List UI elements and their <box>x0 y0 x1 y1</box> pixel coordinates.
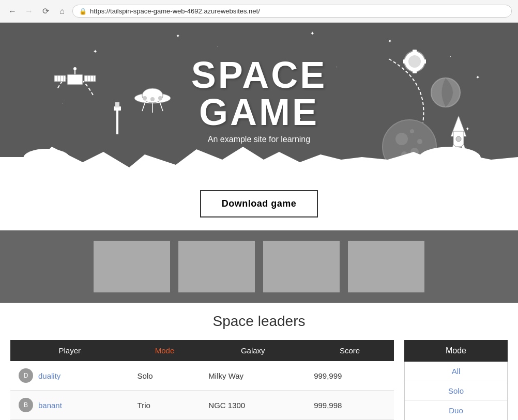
download-section: Download game <box>0 178 518 230</box>
score-cell-0: 999,999 <box>306 361 394 391</box>
svg-line-39 <box>160 103 163 111</box>
svg-point-35 <box>150 97 155 101</box>
svg-point-36 <box>158 96 162 100</box>
svg-point-12 <box>408 55 421 68</box>
filter-mode-solo[interactable]: Solo <box>405 381 507 401</box>
player-cell-0: Dduality <box>10 361 129 391</box>
home-button[interactable]: ⌂ <box>56 5 68 18</box>
svg-rect-0 <box>67 74 83 85</box>
col-galaxy: Galaxy <box>200 340 306 361</box>
download-game-button[interactable]: Download game <box>200 190 318 217</box>
ufo-decoration <box>114 83 176 136</box>
screenshot-4 <box>348 241 424 292</box>
star-decoration: ✦ <box>176 33 180 39</box>
screenshot-3 <box>263 241 340 292</box>
mode-cell-1: Trio <box>129 391 201 420</box>
filter-mode-all[interactable]: All <box>405 362 507 381</box>
score-cell-1: 999,998 <box>306 391 394 420</box>
filter-panel: Mode All Solo Duo Trio Galaxy <box>404 340 508 420</box>
svg-rect-29 <box>116 108 118 134</box>
star-decoration: · <box>336 64 338 70</box>
game-title-line1: SPACE <box>191 56 327 94</box>
avatar-1: B <box>19 398 33 412</box>
satellite-decoration <box>52 64 98 102</box>
filter-mode-body: All Solo Duo Trio <box>404 362 508 420</box>
address-bar[interactable]: 🔒 https://tailspin-space-game-web-4692.a… <box>72 5 512 18</box>
player-link-1[interactable]: banant <box>38 401 62 410</box>
svg-point-42 <box>419 147 481 169</box>
filter-mode-duo[interactable]: Duo <box>405 401 507 420</box>
filter-mode-header: Mode <box>404 340 508 362</box>
star-decoration: ✦ <box>310 30 314 36</box>
col-score: Score <box>306 340 394 361</box>
svg-rect-14 <box>413 69 417 73</box>
reload-button[interactable]: ⟳ <box>39 5 52 18</box>
player-cell-1: Bbanant <box>10 391 129 420</box>
svg-point-10 <box>73 67 77 70</box>
screenshot-2 <box>178 241 255 292</box>
leaderboard-title: Space leaders <box>10 303 508 340</box>
svg-line-37 <box>142 103 145 111</box>
forward-button[interactable]: → <box>23 5 35 18</box>
lock-icon: 🔒 <box>79 8 87 15</box>
col-player: Player <box>10 340 129 361</box>
hero-section: ✦ · ✦ · ✦ · ✦ · ✦ · ✦ <box>0 23 518 178</box>
screenshots-section <box>0 230 518 303</box>
svg-rect-1 <box>54 75 66 82</box>
star-decoration: ✦ <box>93 49 97 54</box>
leaderboard-table-wrap: Player Mode Galaxy Score DdualitySoloMil… <box>10 340 394 420</box>
svg-rect-31 <box>115 102 119 107</box>
svg-point-41 <box>23 149 70 167</box>
table-row: DdualitySoloMilky Way999,999 <box>10 361 394 391</box>
leaderboard-section: Space leaders Player Mode Galaxy Score D… <box>0 303 518 420</box>
svg-rect-2 <box>84 75 96 82</box>
table-row: BbanantTrioNGC 1300999,998 <box>10 391 394 420</box>
col-mode: Mode <box>129 340 201 361</box>
url-text: https://tailspin-space-game-web-4692.azu… <box>90 7 260 15</box>
mode-cell-0: Solo <box>129 361 201 391</box>
svg-rect-13 <box>413 50 417 54</box>
avatar-0: D <box>19 368 33 383</box>
screenshot-1 <box>94 241 170 292</box>
galaxy-cell-1: NGC 1300 <box>200 391 306 420</box>
browser-chrome: ← → ⟳ ⌂ 🔒 https://tailspin-space-game-we… <box>0 0 518 23</box>
leaderboard-layout: Player Mode Galaxy Score DdualitySoloMil… <box>10 340 508 420</box>
player-link-0[interactable]: duality <box>38 371 60 380</box>
hero-title: SPACE GAME An example site for learning <box>191 56 327 144</box>
hero-subtitle: An example site for learning <box>191 135 327 144</box>
svg-rect-15 <box>403 59 407 64</box>
table-header-row: Player Mode Galaxy Score <box>10 340 394 361</box>
star-decoration: · <box>217 43 219 49</box>
game-title-line2: GAME <box>191 94 327 131</box>
svg-rect-16 <box>422 59 426 64</box>
page-content: ✦ · ✦ · ✦ · ✦ · ✦ · ✦ <box>0 23 518 420</box>
leaderboard-table: Player Mode Galaxy Score DdualitySoloMil… <box>10 340 394 420</box>
back-button[interactable]: ← <box>6 5 19 18</box>
svg-point-34 <box>143 96 147 100</box>
galaxy-cell-0: Milky Way <box>200 361 306 391</box>
